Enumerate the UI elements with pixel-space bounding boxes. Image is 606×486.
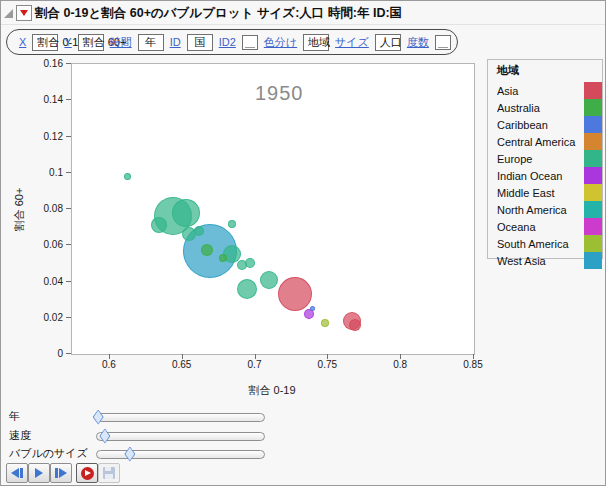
legend-item-europe[interactable]: Europe xyxy=(497,150,602,167)
bubble-europe[interactable] xyxy=(260,271,278,289)
legend-items: AsiaAustraliaCaribbeanCentral AmericaEur… xyxy=(497,82,602,269)
slider-track-1[interactable] xyxy=(96,432,265,441)
legend-item-oceana[interactable]: Oceana xyxy=(497,218,602,235)
x-tick-label: 0.7 xyxy=(235,359,275,370)
step-forward-button[interactable] xyxy=(50,463,72,483)
y-tick-label: 0.02 xyxy=(29,312,63,323)
step-forward-icon xyxy=(55,468,58,478)
role-link-0[interactable]: X xyxy=(19,36,26,48)
role-link-1[interactable]: Y xyxy=(64,36,71,48)
legend-item-label: Middle East xyxy=(497,187,584,199)
legend-color-swatch xyxy=(584,184,602,201)
step-back-button[interactable] xyxy=(6,463,28,483)
bubble-europe[interactable] xyxy=(245,258,255,268)
role-value-box-2[interactable]: 年 xyxy=(138,34,164,51)
bubble-south-america[interactable] xyxy=(321,319,329,327)
y-tick-label: 0.12 xyxy=(29,131,63,142)
x-tick-label: 0.6 xyxy=(89,359,129,370)
y-tick-label: 0.06 xyxy=(29,239,63,250)
legend-item-central-america[interactable]: Central America xyxy=(497,133,602,150)
role-value-box-1[interactable]: 割合 60+ xyxy=(78,34,104,51)
legend-item-asia[interactable]: Asia xyxy=(497,82,602,99)
y-tick-label: 0.08 xyxy=(29,203,63,214)
legend-color-swatch xyxy=(584,252,602,269)
bubble-plot-window: 割合 0-19と割合 60+のバブルプロット サイズ:人口 時間:年 ID:国 … xyxy=(0,0,606,486)
play-button[interactable] xyxy=(28,463,50,483)
bubble-asia[interactable] xyxy=(349,319,361,331)
legend-item-label: Asia xyxy=(497,85,584,97)
y-tick-mark xyxy=(66,281,71,282)
red-triangle-icon xyxy=(20,10,28,16)
legend-color-swatch xyxy=(584,99,602,116)
y-axis-title: 割合 60+ xyxy=(12,180,27,240)
y-tick-mark xyxy=(66,208,71,209)
role-value-box-4[interactable] xyxy=(242,35,258,50)
step-back-icon xyxy=(11,468,19,478)
bubble-asia[interactable] xyxy=(278,277,312,311)
plot-area[interactable]: 1950 xyxy=(71,63,475,355)
role-link-5[interactable]: 色分け xyxy=(264,35,297,50)
legend-color-swatch xyxy=(584,218,602,235)
legend-item-north-america[interactable]: North America xyxy=(497,201,602,218)
x-tick-label: 0.8 xyxy=(380,359,420,370)
legend-item-south-america[interactable]: South America xyxy=(497,235,602,252)
legend-item-label: West Asia xyxy=(497,255,584,267)
variable-role-capsule: X割合 0-19Y割合 60+時間年ID国ID2色分け地域サイズ人口度数 xyxy=(6,29,458,55)
slider-label-0: 年 xyxy=(9,409,20,424)
step-forward-icon xyxy=(59,468,67,478)
y-tick-label: 0.1 xyxy=(29,167,63,178)
legend-color-swatch xyxy=(584,167,602,184)
save-icon xyxy=(103,467,115,479)
bubble-europe[interactable] xyxy=(172,199,200,227)
red-triangle-menu-button[interactable] xyxy=(16,5,32,21)
legend-item-australia[interactable]: Australia xyxy=(497,99,602,116)
slider-thumb-2[interactable] xyxy=(124,447,135,462)
record-icon xyxy=(81,467,94,480)
legend-color-swatch xyxy=(584,150,602,167)
x-tick-label: 0.85 xyxy=(453,359,493,370)
legend-item-label: Australia xyxy=(497,102,584,114)
legend-panel: 地域 AsiaAustraliaCaribbeanCentral America… xyxy=(487,59,603,259)
legend-title: 地域 xyxy=(497,63,602,78)
report-title: 割合 0-19と割合 60+のバブルプロット サイズ:人口 時間:年 ID:国 xyxy=(35,5,402,22)
record-button[interactable] xyxy=(76,463,98,483)
y-tick-label: 0.04 xyxy=(29,276,63,287)
bubble-europe[interactable] xyxy=(228,220,236,228)
role-value-box-5[interactable]: 地域 xyxy=(303,34,329,51)
role-link-6[interactable]: サイズ xyxy=(335,35,369,50)
y-tick-mark xyxy=(66,353,71,354)
legend-color-swatch xyxy=(584,116,602,133)
legend-item-label: North America xyxy=(497,204,584,216)
role-link-2[interactable]: 時間 xyxy=(110,35,132,50)
slider-track-0[interactable] xyxy=(96,413,265,422)
play-icon xyxy=(35,468,43,478)
slider-label-1: 速度 xyxy=(9,428,31,443)
role-value-box-0[interactable]: 割合 0-19 xyxy=(32,34,58,51)
slider-thumb-1[interactable] xyxy=(99,429,110,444)
legend-item-west-asia[interactable]: West Asia xyxy=(497,252,602,269)
role-value-box-7[interactable] xyxy=(435,35,451,50)
bubble-europe[interactable] xyxy=(124,173,131,180)
legend-item-indian-ocean[interactable]: Indian Ocean xyxy=(497,167,602,184)
role-link-7[interactable]: 度数 xyxy=(407,35,429,50)
legend-item-label: Indian Ocean xyxy=(497,170,584,182)
legend-item-label: Caribbean xyxy=(497,119,584,131)
legend-item-label: Europe xyxy=(497,153,584,165)
role-value-box-6[interactable]: 人口 xyxy=(375,34,401,51)
role-link-4[interactable]: ID2 xyxy=(219,36,236,48)
role-link-3[interactable]: ID xyxy=(170,36,181,48)
legend-item-caribbean[interactable]: Caribbean xyxy=(497,116,602,133)
bubble-caribbean[interactable] xyxy=(310,306,315,311)
legend-color-swatch xyxy=(584,82,602,99)
bubble-europe[interactable] xyxy=(237,279,257,299)
legend-item-middle-east[interactable]: Middle East xyxy=(497,184,602,201)
slider-thumb-0[interactable] xyxy=(93,410,104,425)
outline-collapse-icon[interactable] xyxy=(4,9,13,18)
x-tick-label: 0.75 xyxy=(307,359,347,370)
role-value-box-3[interactable]: 国 xyxy=(187,34,213,51)
slider-track-2[interactable] xyxy=(96,450,265,459)
bubble-europe[interactable] xyxy=(194,226,204,236)
legend-color-swatch xyxy=(584,201,602,218)
y-tick-mark xyxy=(66,317,71,318)
step-back-icon xyxy=(20,468,23,478)
